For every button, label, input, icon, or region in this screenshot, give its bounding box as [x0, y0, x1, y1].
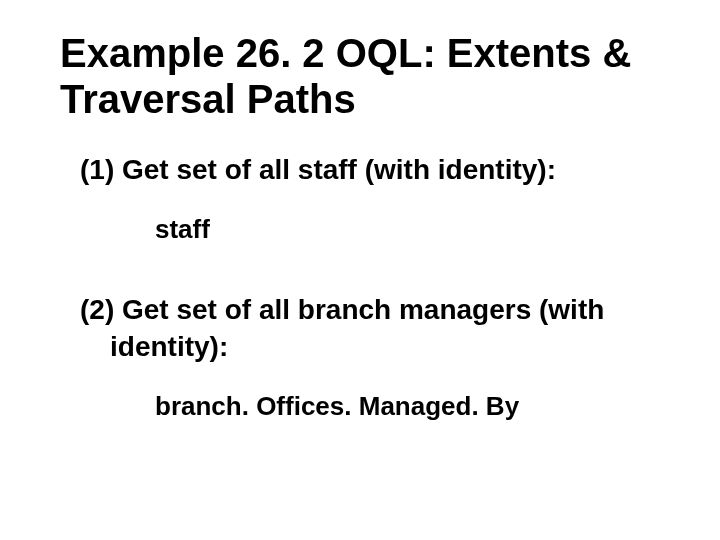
slide-title: Example 26. 2 OQL: Extents & Traversal P…: [60, 30, 680, 122]
item-2-prompt: (2) Get set of all branch managers (with…: [60, 292, 680, 365]
item-1-code: staff: [60, 213, 680, 247]
slide: { "title": "Example 26. 2 OQL: Extents &…: [0, 0, 720, 540]
item-2-code: branch. Offices. Managed. By: [60, 390, 680, 424]
item-1-prompt: (1) Get set of all staff (with identity)…: [60, 152, 680, 188]
